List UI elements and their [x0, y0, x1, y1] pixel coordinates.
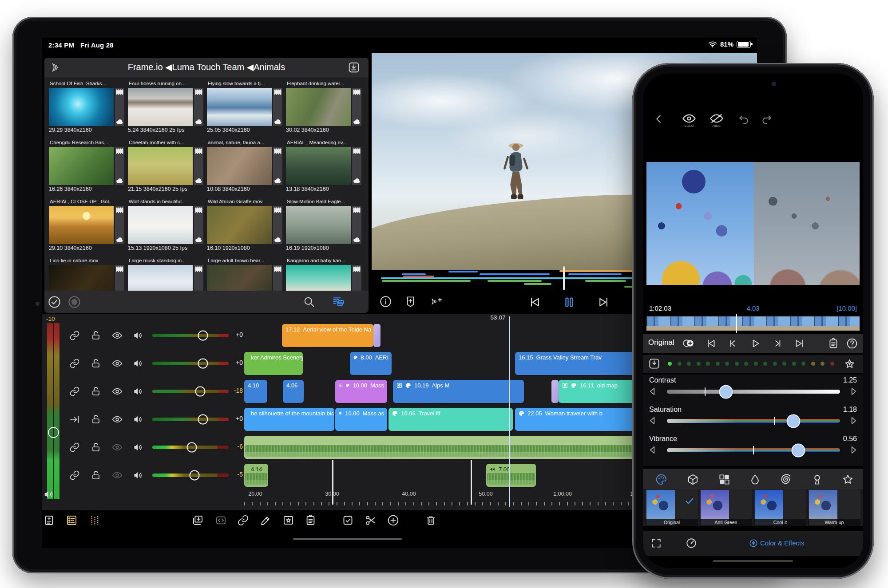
lock-icon[interactable]	[91, 470, 101, 481]
eye-icon[interactable]	[112, 330, 123, 341]
skip-forward-icon[interactable]	[597, 296, 610, 309]
pause-icon[interactable]	[563, 296, 576, 309]
add-circle-icon[interactable]	[387, 514, 399, 526]
download-icon[interactable]	[348, 62, 360, 73]
preset-dot[interactable]	[725, 362, 729, 366]
lock-icon[interactable]	[91, 386, 101, 397]
track-volume-slider[interactable]	[152, 446, 229, 449]
speed-icon[interactable]	[215, 514, 227, 526]
ipad-home-indicator[interactable]	[293, 538, 402, 540]
preset-dot[interactable]	[735, 362, 739, 366]
speaker-icon[interactable]	[133, 414, 143, 425]
tab-patterns-icon[interactable]	[718, 474, 730, 485]
track-volume-slider[interactable]	[152, 474, 229, 477]
preset-dot[interactable]	[687, 362, 691, 366]
timeline-clip[interactable]: 16.15 Grass Valley Stream Trav	[515, 352, 644, 375]
preset-dot[interactable]	[830, 362, 834, 366]
media-item[interactable]: Lion lie in nature.mov	[49, 258, 124, 291]
media-item[interactable]: Wolf stands in beautiful... 15.13 1920x1…	[128, 199, 203, 251]
preset-dot[interactable]	[754, 362, 758, 366]
breadcrumb[interactable]: Frame.io ◀Luma Touch Team ◀Animals	[44, 62, 369, 72]
speaker-icon[interactable]	[133, 442, 143, 453]
media-item[interactable]: Elephant drinking water... 30.02 3840x21…	[286, 81, 361, 133]
preset-dot[interactable]	[811, 362, 815, 366]
slider-decrement-icon[interactable]	[648, 387, 656, 396]
undo-icon[interactable]	[738, 114, 749, 125]
eye-icon[interactable]	[112, 470, 123, 481]
search-icon[interactable]	[303, 296, 315, 308]
link-icon[interactable]	[69, 330, 80, 341]
scissors-icon[interactable]	[365, 514, 377, 526]
dial-icon[interactable]	[686, 537, 697, 549]
timeline-clip[interactable]: 10.06 Travel lif	[388, 408, 513, 431]
link-icon[interactable]	[69, 470, 80, 481]
phone-home-indicator[interactable]	[713, 560, 793, 562]
source-toggle-label[interactable]: Original	[648, 338, 674, 347]
speaker-icon[interactable]	[133, 358, 143, 369]
media-item[interactable]: Four horses running on... 5.24 3840x2160…	[128, 81, 203, 133]
color-compare-preview[interactable]	[646, 162, 860, 285]
play-icon[interactable]	[749, 338, 761, 349]
info-icon[interactable]	[380, 296, 392, 308]
link-icon[interactable]	[69, 386, 80, 397]
eye-icon[interactable]	[112, 414, 123, 425]
media-item[interactable]: Kangaroo and baby kan...	[286, 258, 361, 291]
timeline-clip[interactable]: he silhouette of the mountain bicyc	[244, 408, 334, 431]
master-speaker-icon[interactable]	[43, 489, 55, 500]
redo-icon[interactable]	[761, 114, 773, 125]
timeline-clip[interactable]: 4.10	[244, 380, 267, 403]
timeline-clip[interactable]: 10.19 Alps M	[393, 380, 524, 403]
add-clip-icon[interactable]	[192, 514, 204, 526]
tab-color-palette-icon[interactable]	[655, 474, 667, 485]
media-item[interactable]: Large adult brown bear...	[207, 258, 282, 291]
timeline-clip[interactable]: ker Admires Scenery	[244, 352, 303, 375]
minimap-playhead[interactable]	[563, 266, 565, 290]
link-icon[interactable]	[69, 358, 80, 369]
hide-eye-icon[interactable]	[710, 113, 724, 124]
tab-favorites-icon[interactable]	[842, 474, 854, 485]
slider-increment-icon[interactable]	[850, 387, 858, 396]
slider-knob[interactable]	[786, 414, 800, 428]
trash-icon[interactable]	[425, 514, 437, 526]
preset-dot[interactable]	[782, 362, 786, 366]
transition-clip[interactable]	[551, 380, 559, 403]
preset-card[interactable]: Original	[646, 489, 698, 526]
compare-layers-icon[interactable]	[682, 337, 695, 349]
filmstrip-scrubber[interactable]	[646, 316, 860, 331]
speaker-icon[interactable]	[133, 386, 143, 397]
link-clips-icon[interactable]	[237, 514, 249, 526]
lock-icon[interactable]	[91, 358, 101, 369]
fullscreen-icon[interactable]	[650, 537, 662, 549]
track-volume-slider[interactable]	[152, 418, 229, 421]
add-project-icon[interactable]	[43, 514, 55, 526]
preset-dot[interactable]	[821, 362, 825, 366]
select-check-icon[interactable]	[48, 296, 61, 308]
transition-clip[interactable]	[373, 324, 381, 347]
skip-end-icon[interactable]	[794, 338, 805, 349]
audio-mixer-icon[interactable]	[89, 514, 101, 526]
preset-dot[interactable]	[792, 362, 796, 366]
save-preset-icon[interactable]	[648, 358, 660, 370]
preset-dot[interactable]	[706, 362, 710, 366]
filmstrip-playhead[interactable]	[736, 314, 737, 333]
track-volume-slider[interactable]	[152, 390, 229, 393]
media-item[interactable]: Flying slow towards a fj... 25.05 3840x2…	[207, 81, 282, 133]
eye-icon[interactable]	[112, 358, 123, 369]
edit-pencil-icon[interactable]	[260, 514, 272, 526]
track-volume-slider[interactable]	[152, 334, 229, 337]
media-item[interactable]: Chengdu Research Bas... 16.26 3840x2160	[49, 140, 124, 192]
preset-dot[interactable]	[678, 362, 682, 366]
preset-dot[interactable]	[716, 362, 720, 366]
solo-eye-icon[interactable]	[682, 113, 696, 124]
help-icon[interactable]	[846, 338, 858, 349]
track-volume-knob[interactable]	[189, 470, 199, 481]
track-volume-knob[interactable]	[198, 414, 208, 425]
tab-distort-icon[interactable]	[780, 474, 792, 485]
sort-view-icon[interactable]	[332, 296, 345, 308]
preset-dot[interactable]	[744, 362, 748, 366]
timeline-clip[interactable]: 16.11 old map	[559, 380, 644, 403]
media-item[interactable]: AERIAL_ Meandering riv... 13.18 3840x216…	[286, 140, 361, 192]
slider-track[interactable]	[667, 419, 840, 423]
slider-track[interactable]	[667, 448, 840, 452]
timeline-playhead[interactable]	[509, 316, 510, 507]
